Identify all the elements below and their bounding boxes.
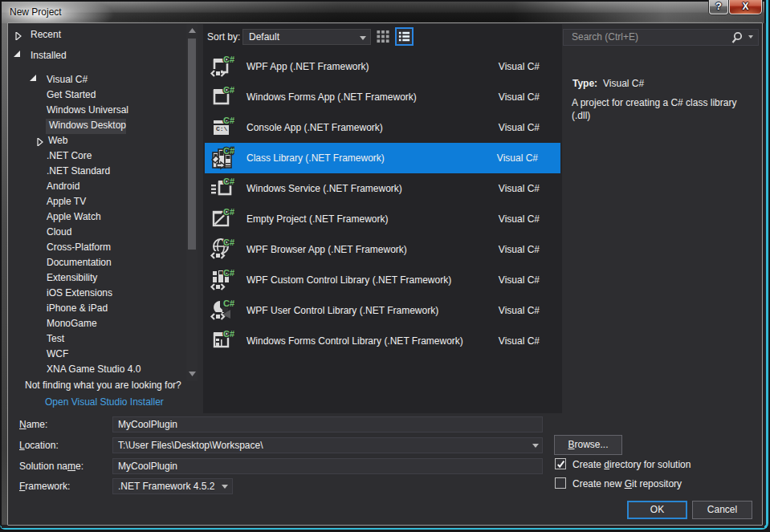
svg-text:C#: C# [223,146,234,156]
svg-text:C:\: C:\ [216,125,228,132]
svg-text:C#: C# [223,85,234,95]
svg-text:C#: C# [223,55,234,64]
svg-text:C#: C# [223,298,234,308]
svg-text:C#: C# [223,238,234,247]
svg-text:C#: C# [223,116,234,125]
svg-text:C#: C# [223,177,234,186]
svg-text:C#: C# [223,329,234,339]
svg-text:C#: C# [223,268,234,278]
svg-text:C#: C# [223,207,234,217]
